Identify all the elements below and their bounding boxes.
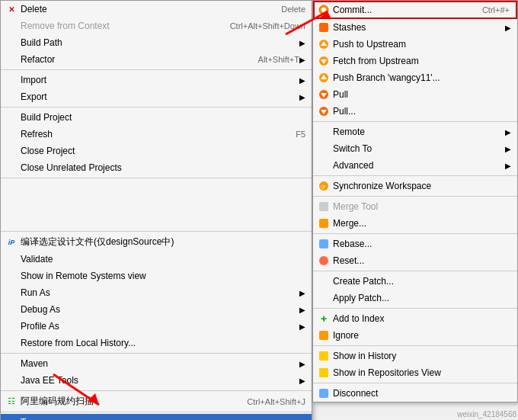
menu-item-fetch-upstream[interactable]: Fetch from Upstream: [313, 53, 517, 69]
menu-item-disconnect[interactable]: Disconnect: [313, 385, 517, 402]
menu-item-stashes[interactable]: Stashes ▶: [313, 19, 517, 36]
menu-item-merge[interactable]: Merge...: [313, 215, 517, 232]
menu-item-rebase[interactable]: Rebase...: [313, 236, 517, 252]
menu-item-ignore[interactable]: Ignore: [313, 327, 517, 344]
menu-item-switch-to[interactable]: Switch To ▶: [313, 140, 517, 157]
stashes-arrow: ▶: [505, 24, 511, 32]
menu-item-advanced[interactable]: Advanced ▶: [313, 157, 517, 174]
svg-rect-17: [319, 239, 328, 248]
pull-label: Pull: [333, 89, 511, 100]
menu-item-show-repositories[interactable]: Show in Repositories View: [313, 364, 517, 381]
create-patch-label: Create Patch...: [333, 276, 511, 287]
menu-item-pull[interactable]: Pull: [313, 86, 517, 103]
menu-item-close-unrelated[interactable]: Close Unrelated Projects: [1, 159, 312, 176]
right-separator-3: [313, 196, 517, 197]
menu-item-import[interactable]: Import ▶: [1, 72, 312, 88]
menu-item-sync-workspace[interactable]: ⟳ Synchronize Workspace: [313, 178, 517, 194]
show-repositories-icon: [318, 367, 330, 379]
apply-patch-label: Apply Patch...: [333, 293, 511, 303]
push-upstream-icon: [318, 38, 330, 50]
disconnect-label: Disconnect: [333, 388, 511, 399]
separator-4: [1, 231, 312, 232]
merge-label: Merge...: [333, 218, 511, 229]
right-separator-8: [313, 383, 517, 383]
refactor-label: Refactor: [21, 54, 243, 65]
menu-item-remote[interactable]: Remote ▶: [313, 123, 517, 140]
right-separator-4: [313, 233, 517, 234]
maven-arrow: ▶: [299, 360, 305, 368]
menu-item-refactor[interactable]: Refactor Alt+Shift+T ▶: [1, 51, 312, 68]
advanced-icon: [318, 159, 330, 172]
menu-item-remove-context[interactable]: Remove from Context Ctrl+Alt+Shift+Down: [1, 18, 312, 34]
java-ee-label: Java EE Tools: [21, 375, 299, 386]
svg-text:⟳: ⟳: [321, 184, 326, 191]
separator-1: [1, 69, 312, 70]
show-remote-icon: [5, 270, 18, 282]
delete-label: Delete: [21, 4, 266, 14]
sync-workspace-icon: ⟳: [318, 180, 330, 192]
menu-item-reset[interactable]: Reset...: [313, 252, 517, 269]
menu-item-push-upstream[interactable]: Push to Upstream: [313, 36, 517, 53]
push-upstream-label: Push to Upstream: [333, 39, 511, 50]
merge-tool-label: Merge Tool: [333, 201, 511, 212]
pull-ellipsis-label: Pull...: [333, 106, 511, 117]
svg-rect-2: [319, 23, 328, 32]
menu-item-validate[interactable]: Validate: [1, 251, 312, 268]
context-menu-right: Commit... Ctrl+#+ Stashes ▶ Push to Upst…: [312, 0, 518, 402]
menu-item-create-patch[interactable]: Create Patch...: [313, 273, 517, 290]
right-separator-7: [313, 345, 517, 346]
right-separator-1: [313, 121, 517, 122]
team-icon: ▶: [5, 416, 18, 420]
menu-item-alibaba[interactable]: ☷ 阿里编码规约扫描 Ctrl+Alt+Shift+J: [1, 393, 312, 410]
menu-item-pull-ellipsis[interactable]: Pull...: [313, 103, 517, 120]
remote-icon: [318, 126, 330, 138]
menu-item-refresh[interactable]: Refresh F5: [1, 126, 312, 143]
svg-rect-20: [319, 351, 328, 361]
alibaba-shortcut: Ctrl+Alt+Shift+J: [247, 397, 305, 406]
commit-shortcut: Ctrl+#+: [482, 5, 510, 14]
menu-item-show-remote[interactable]: Show in Remote Systems view: [1, 268, 312, 284]
menu-item-push-branch[interactable]: Push Branch 'wangcy11'...: [313, 69, 517, 86]
ignore-label: Ignore: [333, 330, 511, 341]
menu-item-restore-history[interactable]: Restore from Local History...: [1, 335, 312, 351]
validate-label: Validate: [21, 254, 305, 265]
add-index-label: Add to Index: [333, 313, 511, 324]
menu-item-team[interactable]: ▶ Team ▶: [1, 414, 312, 420]
menu-item-apply-patch[interactable]: Apply Patch...: [313, 290, 517, 306]
separator-6: [1, 390, 312, 391]
alibaba-label: 阿里编码规约扫描: [21, 395, 232, 408]
menu-item-run-as[interactable]: Run As ▶: [1, 284, 312, 301]
build-path-icon: [5, 37, 18, 49]
svg-point-18: [319, 256, 328, 265]
menu-item-ip-compile[interactable]: iP 编译选定设计文件(仅designSource中): [1, 233, 312, 251]
svg-rect-21: [319, 368, 328, 377]
menu-item-delete[interactable]: ✕ Delete Delete: [1, 1, 312, 18]
rebase-label: Rebase...: [333, 239, 511, 249]
menu-item-add-index[interactable]: + Add to Index: [313, 310, 517, 327]
menu-item-profile-as[interactable]: Profile As ▶: [1, 318, 312, 335]
menu-item-show-history[interactable]: Show in History: [313, 348, 517, 364]
stashes-label: Stashes: [333, 22, 505, 33]
validate-icon: [5, 253, 18, 265]
menu-item-close-project[interactable]: Close Project: [1, 143, 312, 159]
menu-item-build-project[interactable]: Build Project: [1, 109, 312, 126]
pull-icon: [318, 88, 330, 101]
menu-item-build-path[interactable]: Build Path ▶: [1, 34, 312, 51]
java-ee-arrow: ▶: [299, 377, 305, 385]
refactor-arrow: ▶: [299, 56, 305, 64]
advanced-label: Advanced: [333, 160, 505, 171]
build-project-icon: [5, 111, 18, 123]
menu-item-export[interactable]: Export ▶: [1, 88, 312, 105]
refresh-shortcut: F5: [296, 130, 305, 139]
menu-item-java-ee[interactable]: Java EE Tools ▶: [1, 372, 312, 389]
close-project-icon: [5, 145, 18, 157]
menu-item-maven[interactable]: Maven ▶: [1, 355, 312, 372]
show-remote-label: Show in Remote Systems view: [21, 271, 305, 281]
menu-item-commit[interactable]: Commit... Ctrl+#+: [313, 1, 517, 19]
menu-item-debug-as[interactable]: Debug As ▶: [1, 301, 312, 318]
menu-item-merge-tool[interactable]: Merge Tool: [313, 198, 517, 215]
rebase-icon: [318, 238, 330, 250]
separator-5: [1, 353, 312, 354]
disconnect-icon: [318, 387, 330, 399]
svg-rect-16: [319, 219, 328, 228]
